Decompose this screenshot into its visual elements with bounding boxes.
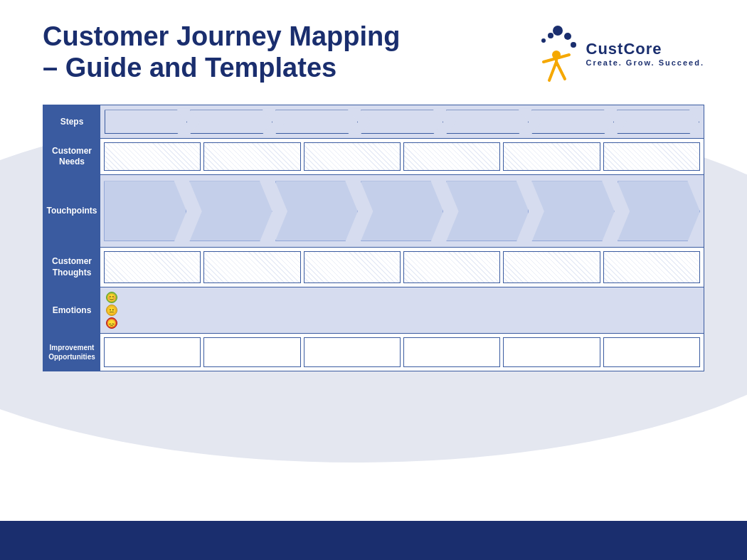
bottom-accent-bar [0, 521, 747, 560]
steps-content [100, 105, 704, 138]
needs-cell-3 [304, 142, 401, 171]
touchpoints-content [100, 175, 704, 247]
emotions-label: Emotions [43, 287, 100, 333]
thoughts-cell-1 [104, 251, 201, 283]
emotions-content: 😊 😐 😞 [100, 287, 704, 333]
steps-row: Steps [43, 105, 704, 139]
header: Customer Journey Mapping – Guide and Tem… [0, 0, 747, 90]
improvement-row: Improvement Opportunities [43, 334, 704, 371]
needs-cell-4 [403, 142, 500, 171]
improvement-cell-4 [403, 337, 500, 367]
thoughts-cell-2 [203, 251, 300, 283]
steps-label: Steps [43, 105, 100, 138]
customer-thoughts-row: Customer Thoughts [43, 248, 704, 287]
svg-point-0 [553, 26, 563, 36]
thoughts-cell-4 [403, 251, 500, 283]
step-arrow-1 [105, 110, 187, 134]
improvement-content [100, 334, 704, 371]
improvement-cell-1 [104, 337, 201, 367]
step-arrow-2 [190, 110, 272, 134]
touchpoint-arrow-5 [446, 181, 529, 241]
touchpoint-arrow-4 [361, 181, 443, 241]
step-arrow-5 [446, 110, 529, 134]
logo-text: CustCore Create. Grow. Succeed. [586, 40, 704, 67]
logo-brand: CustCore [586, 40, 704, 58]
customer-thoughts-label: Customer Thoughts [43, 248, 100, 287]
step-arrow-3 [275, 110, 358, 134]
neutral-smiley-icon: 😐 [106, 305, 117, 316]
logo-area: CustCore Create. Grow. Succeed. [529, 21, 704, 82]
touchpoints-row: Touchpoints [43, 175, 704, 248]
improvement-cell-6 [603, 337, 700, 367]
improvement-label: Improvement Opportunities [43, 334, 100, 371]
emotion-sad: 😞 [106, 317, 698, 329]
touchpoint-arrow-3 [275, 181, 358, 241]
improvement-cell-5 [503, 337, 600, 367]
happy-smiley-icon: 😊 [106, 292, 117, 303]
needs-cell-1 [104, 142, 201, 171]
touchpoints-label: Touchpoints [43, 175, 100, 247]
step-arrow-7 [617, 110, 699, 134]
needs-cell-2 [203, 142, 300, 171]
svg-point-4 [541, 38, 546, 43]
thoughts-cell-5 [503, 251, 600, 283]
diagram-wrapper: Steps Customer Needs [0, 90, 747, 386]
thoughts-cell-6 [603, 251, 700, 283]
customer-thoughts-content [100, 248, 704, 287]
journey-map-diagram: Steps Customer Needs [43, 105, 704, 371]
emotion-happy: 😊 [106, 292, 698, 303]
needs-cell-5 [503, 142, 600, 171]
touchpoint-arrow-1 [104, 181, 186, 241]
needs-cell-6 [603, 142, 700, 171]
step-arrow-4 [361, 110, 443, 134]
logo-tagline: Create. Grow. Succeed. [586, 58, 704, 67]
touchpoint-arrow-7 [618, 181, 700, 241]
emotions-row: Emotions 😊 😐 😞 [43, 287, 704, 334]
emotion-neutral: 😐 [106, 305, 698, 316]
customer-needs-row: Customer Needs [43, 139, 704, 175]
sad-smiley-icon: 😞 [106, 317, 117, 329]
step-arrow-6 [531, 110, 614, 134]
customer-needs-content [100, 139, 704, 174]
logo-figure [529, 25, 579, 82]
touchpoint-arrow-2 [189, 181, 272, 241]
svg-point-3 [548, 33, 553, 38]
customer-needs-label: Customer Needs [43, 139, 100, 174]
improvement-cell-2 [203, 337, 300, 367]
svg-point-2 [571, 42, 576, 48]
thoughts-cell-3 [304, 251, 401, 283]
improvement-cell-3 [304, 337, 401, 367]
touchpoint-arrow-6 [531, 181, 614, 241]
page-title: Customer Journey Mapping – Guide and Tem… [43, 21, 413, 83]
svg-point-1 [564, 33, 571, 40]
